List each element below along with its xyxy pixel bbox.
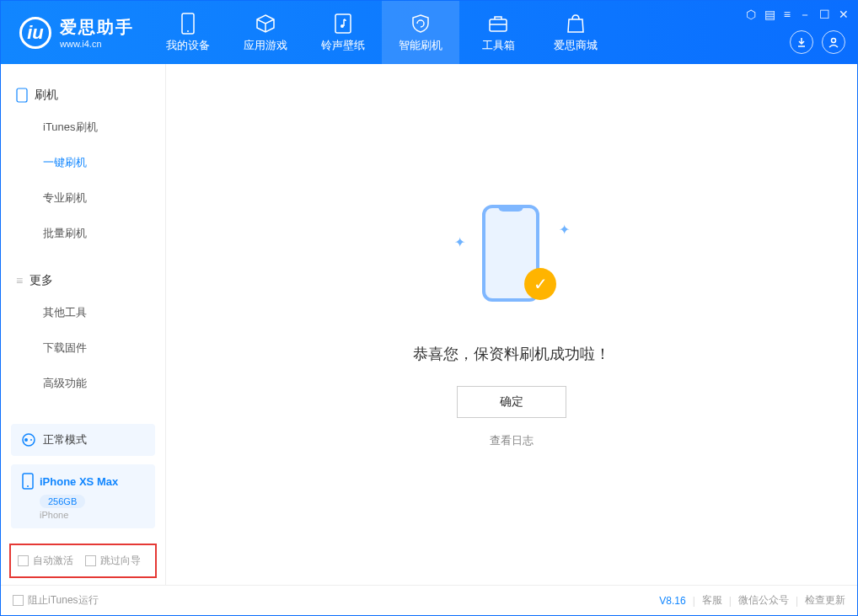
- tab-ringtone-wallpaper[interactable]: 铃声壁纸: [304, 1, 382, 64]
- separator: |: [693, 595, 695, 607]
- checkbox-block-itunes[interactable]: 阻止iTunes运行: [13, 593, 99, 608]
- sidebar-item-other-tools[interactable]: 其他工具: [1, 295, 165, 330]
- sidebar-item-advanced[interactable]: 高级功能: [1, 366, 165, 401]
- logo: iu 爱思助手 www.i4.cn: [1, 1, 149, 64]
- tab-label: 应用游戏: [244, 38, 287, 53]
- check-update-link[interactable]: 检查更新: [805, 593, 845, 608]
- svg-point-8: [24, 438, 28, 442]
- close-icon[interactable]: ✕: [839, 8, 849, 23]
- svg-point-11: [27, 485, 29, 487]
- cube-icon: [255, 13, 276, 35]
- sidebar-item-pro-flash[interactable]: 专业刷机: [1, 180, 165, 216]
- tab-my-device[interactable]: 我的设备: [149, 1, 227, 64]
- checkbox-icon: [13, 595, 24, 606]
- checkbox-label: 自动激活: [33, 554, 73, 568]
- tab-label: 我的设备: [166, 38, 210, 53]
- checkbox-icon: [18, 555, 29, 566]
- device-type: iPhone: [40, 510, 145, 520]
- device-info-box[interactable]: iPhone XS Max 256GB iPhone: [11, 464, 155, 528]
- sidebar-item-itunes-flash[interactable]: iTunes刷机: [1, 110, 165, 145]
- checkbox-skip-guide[interactable]: 跳过向导: [85, 554, 141, 568]
- brand-name: 爱思助手: [60, 16, 134, 39]
- user-button[interactable]: [822, 30, 845, 54]
- customer-service-link[interactable]: 客服: [702, 593, 722, 608]
- sidebar-group-title: 刷机: [35, 88, 58, 103]
- tab-toolbox[interactable]: 工具箱: [459, 1, 537, 64]
- checkbox-label: 阻止iTunes运行: [28, 593, 99, 608]
- tab-label: 铃声壁纸: [321, 38, 365, 53]
- ok-button[interactable]: 确定: [457, 386, 566, 418]
- version-label: V8.16: [659, 595, 685, 607]
- tab-smart-flash[interactable]: 智能刷机: [382, 1, 459, 64]
- sidebar: 刷机 iTunes刷机 一键刷机 专业刷机 批量刷机 ≡ 更多 其他工具 下载固…: [1, 64, 166, 585]
- mode-icon: [21, 432, 36, 447]
- tab-store[interactable]: 爱思商城: [537, 1, 614, 64]
- briefcase-icon: [487, 13, 509, 35]
- list-icon: ≡: [16, 274, 23, 287]
- checkmark-badge-icon: ✓: [524, 268, 556, 300]
- tab-label: 工具箱: [482, 38, 515, 53]
- checkbox-label: 跳过向导: [100, 554, 141, 568]
- sparkle-icon: ✦: [454, 234, 464, 244]
- wechat-link[interactable]: 微信公众号: [738, 593, 789, 608]
- svg-rect-6: [17, 88, 27, 102]
- main-content: ✦ ✦ ✓ 恭喜您，保资料刷机成功啦！ 确定 查看日志: [166, 64, 857, 585]
- device-storage: 256GB: [40, 495, 85, 508]
- minimize-icon[interactable]: －: [799, 8, 811, 23]
- svg-point-5: [832, 39, 836, 43]
- maximize-icon[interactable]: ☐: [819, 8, 830, 23]
- separator: |: [729, 595, 732, 607]
- tab-apps-games[interactable]: 应用游戏: [227, 1, 304, 64]
- success-illustration: ✦ ✦ ✓: [444, 201, 579, 327]
- svg-point-9: [30, 439, 32, 441]
- sidebar-group-title: 更多: [29, 273, 53, 288]
- device-icon: [16, 88, 28, 103]
- shield-refresh-icon: [410, 13, 432, 35]
- sidebar-group-more: ≡ 更多: [1, 266, 165, 295]
- sidebar-item-batch-flash[interactable]: 批量刷机: [1, 216, 165, 251]
- success-message: 恭喜您，保资料刷机成功啦！: [413, 344, 610, 364]
- mode-label: 正常模式: [43, 432, 87, 447]
- device-name: iPhone XS Max: [40, 475, 118, 488]
- sidebar-item-download-firmware[interactable]: 下载固件: [1, 330, 165, 366]
- tab-label: 智能刷机: [399, 38, 442, 53]
- download-button[interactable]: [790, 30, 813, 54]
- view-log-link[interactable]: 查看日志: [490, 433, 534, 448]
- highlighted-options: 自动激活 跳过向导: [9, 544, 157, 578]
- sidebar-group-flash: 刷机: [1, 81, 165, 110]
- sparkle-icon: ✦: [559, 222, 569, 232]
- device-mode-box[interactable]: 正常模式: [11, 424, 155, 456]
- logo-icon: iu: [19, 17, 51, 49]
- phone-notch-icon: [498, 205, 523, 212]
- shirt-icon[interactable]: ⬡: [746, 8, 756, 23]
- svg-point-1: [187, 30, 189, 32]
- svg-rect-2: [335, 14, 351, 33]
- statusbar: 阻止iTunes运行 V8.16 | 客服 | 微信公众号 | 检查更新: [1, 585, 857, 615]
- device-phone-icon: [21, 473, 35, 490]
- svg-rect-4: [490, 19, 507, 31]
- nav-tabs: 我的设备 应用游戏 铃声壁纸 智能刷机 工具箱 爱思商城: [149, 1, 614, 64]
- sidebar-item-oneclick-flash[interactable]: 一键刷机: [1, 145, 165, 180]
- list-icon[interactable]: ▤: [764, 8, 775, 23]
- separator: |: [796, 595, 798, 607]
- window-controls: ⬡ ▤ ≡ － ☐ ✕: [746, 8, 849, 23]
- phone-icon: [177, 13, 199, 35]
- checkbox-icon: [85, 555, 96, 566]
- menu-icon[interactable]: ≡: [784, 8, 791, 23]
- music-file-icon: [332, 13, 354, 35]
- brand-url: www.i4.cn: [60, 39, 134, 49]
- checkbox-auto-activate[interactable]: 自动激活: [18, 554, 73, 568]
- tab-label: 爱思商城: [554, 38, 598, 53]
- svg-point-3: [341, 24, 344, 28]
- titlebar: iu 爱思助手 www.i4.cn 我的设备 应用游戏 铃声壁纸 智能刷机: [1, 1, 857, 64]
- bag-icon: [565, 13, 587, 35]
